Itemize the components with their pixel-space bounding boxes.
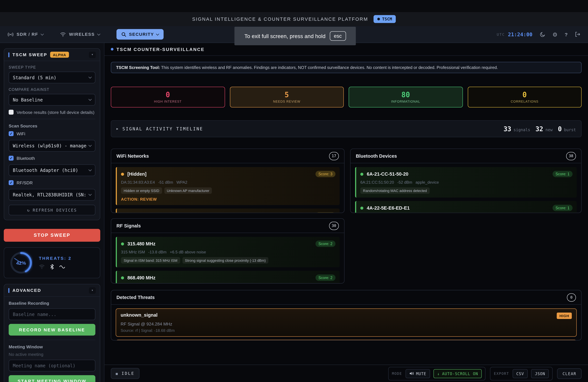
compare-against-value: No Baseline <box>13 97 86 102</box>
rf-list-item[interactable]: 868.490 MHz Score: 2 868 MHz ISM 2.9 dBm… <box>116 271 339 283</box>
verbose-checkbox-row[interactable]: Verbose results (store full device detai… <box>9 110 95 115</box>
export-json-button[interactable]: JSON <box>531 369 549 378</box>
autoscroll-button[interactable]: ↓ AUTO-SCROLL ON <box>434 369 482 378</box>
burst-unit: burst <box>564 127 576 132</box>
signal-activity-timeline: ▶ SIGNAL ACTIVITY TIMELINE 33 signals 32… <box>111 120 582 137</box>
idle-status-chip[interactable]: ■ IDLE <box>111 368 139 379</box>
wifi-source-row[interactable]: ✓ WiFi <box>9 131 95 136</box>
down-arrow-icon: ↓ <box>437 371 440 376</box>
theme-toggle-button[interactable] <box>540 32 545 37</box>
signals-count: 33 <box>504 125 511 132</box>
wifi-device-select[interactable]: Wireless (wlp61s0) - managed <box>9 140 95 152</box>
export-group: EXPORT CSV JSON <box>490 367 553 380</box>
rfsdr-device-value: Realtek, RTL2838UHIDIR (SN: 00000 <box>13 192 86 197</box>
bluetooth-checkbox[interactable]: ✓ <box>9 156 14 161</box>
score-badge: Score: 2 <box>315 240 336 247</box>
sweep-type-select[interactable]: Standard (5 min) <box>9 72 95 83</box>
rfsdr-source-row[interactable]: ✓ RF/SDR <box>9 180 95 185</box>
timeline-counts: 33 signals 32 new 0 burst <box>504 125 576 132</box>
clear-button[interactable]: CLEAR <box>557 368 582 379</box>
stop-sweep-button[interactable]: STOP SWEEP <box>4 229 100 242</box>
refresh-devices-button[interactable]: ↻ REFRESH DEVICES <box>9 205 95 215</box>
moon-icon <box>540 32 545 37</box>
scan-sources-label: Scan Sources <box>9 124 95 128</box>
accent-tick <box>8 288 9 293</box>
bluetooth-devices-panel: Bluetooth Devices 38 6A-21-CC-51-50-20 S… <box>350 149 582 213</box>
score-badge: Score: 3 <box>315 171 336 177</box>
score-badge: Score: 3 <box>315 212 336 213</box>
play-icon: ▶ <box>116 127 119 130</box>
stat-label: HIGH INTEREST <box>154 99 182 103</box>
threat-name: unknown_signal <box>121 313 157 318</box>
verbose-checkbox[interactable] <box>9 110 14 115</box>
rf-list-item[interactable]: 315.480 MHz Score: 2 315 MHz ISM -13.8 d… <box>116 237 339 267</box>
compare-against-select[interactable]: No Baseline <box>9 94 95 106</box>
wave-icon <box>59 265 65 269</box>
tscm-badge-label: TSCM <box>382 17 392 21</box>
check-icon: ✓ <box>9 181 13 185</box>
rfsdr-checkbox[interactable]: ✓ <box>9 180 14 185</box>
compare-against-label: COMPARE AGAINST <box>9 87 95 91</box>
sweep-panel-title: TSCM SWEEP <box>12 52 47 57</box>
collapse-button[interactable]: ▾ <box>89 51 96 58</box>
alpha-badge: ALPHA <box>50 52 69 58</box>
chevron-down-icon <box>88 98 92 101</box>
help-button[interactable]: ? <box>565 32 567 37</box>
collapse-button[interactable]: ▾ <box>89 287 96 294</box>
idle-status-label: IDLE <box>122 371 135 376</box>
nav-security-label: SECURITY <box>129 32 154 37</box>
meeting-name-input[interactable] <box>9 360 95 372</box>
nav-security[interactable]: SECURITY <box>117 29 164 40</box>
rf-count-badge: 30 <box>329 222 339 230</box>
bluetooth-device-select[interactable]: Bluetooth Adapter (hci0) <box>9 164 95 176</box>
timeline-title: SIGNAL ACTIVITY TIMELINE <box>123 126 203 131</box>
record-baseline-button[interactable]: RECORD NEW BASELINE <box>9 324 95 336</box>
wifi-device-value: Wireless (wlp61s0) - managed <box>13 143 86 148</box>
title-bar: SIGNAL INTELLIGENCE & COUNTER SURVEILLAN… <box>0 12 588 26</box>
start-meeting-button[interactable]: START MEETING WINDOW <box>9 375 95 382</box>
mute-button[interactable]: MUTE <box>405 369 430 378</box>
bluetooth-source-row[interactable]: ✓ Bluetooth <box>9 156 95 161</box>
wifi-networks-panel: WiFi Networks 17 [Hidden] Score: 3 DA:31 <box>111 149 344 213</box>
rfsdr-device-select[interactable]: Realtek, RTL2838UHIDIR (SN: 00000 <box>9 189 95 201</box>
top-strip <box>0 0 588 12</box>
stat-value: 0 <box>522 91 526 98</box>
chevron-down-icon <box>156 32 159 35</box>
baseline-name-input[interactable] <box>9 308 95 320</box>
bluetooth-device-value: Bluetooth Adapter (hci0) <box>13 168 86 173</box>
question-icon: ? <box>565 32 567 37</box>
bluetooth-list-item[interactable]: 4A-22-5E-E6-ED-E1 Score: 1 4A:22:5E:E6:E… <box>355 201 577 213</box>
detected-threats-panel: Detected Threats 0 unknown_signal HIGH R… <box>111 290 582 340</box>
stat-informational: 80 INFORMATIONAL <box>349 87 463 107</box>
threats-count-label: THREATS: 2 <box>39 256 72 261</box>
bluetooth-list-item[interactable]: 6A-21-CC-51-50-20 Score: 1 6A:21:CC:51:5… <box>355 167 577 197</box>
divider <box>9 119 95 119</box>
main-area: TSCM COUNTER-SURVEILLANCE TSCM Screening… <box>104 43 588 382</box>
threat-card[interactable]: unknown_signal HIGH RF Signal @ 924.284 … <box>116 308 577 337</box>
logout-button[interactable] <box>575 32 581 37</box>
refresh-icon: ↻ <box>27 208 30 212</box>
nav-wireless[interactable]: WIRELESS <box>60 32 100 37</box>
logout-icon <box>575 32 581 37</box>
threat-card-clipped[interactable] <box>116 340 577 340</box>
finding-tag: Strong signal suggesting close proximity… <box>182 257 268 264</box>
wifi-list-item[interactable]: [Hidden] Score: 3 DA:31:34:83:A3:E4 -51 … <box>116 167 339 205</box>
wifi-checkbox[interactable]: ✓ <box>9 131 14 136</box>
wifi-panel-title: WiFi Networks <box>116 153 149 158</box>
wifi-list-item[interactable]: [Hidden] Score: 3 CA:1B:F4:8C:4E:76 -79 … <box>116 209 339 213</box>
check-icon: ✓ <box>9 156 13 160</box>
finding-tag: Unknown AP manufacturer <box>164 187 212 194</box>
timeline-toggle[interactable]: ▶ SIGNAL ACTIVITY TIMELINE <box>116 126 203 131</box>
bluetooth-device-name: 4A-22-5E-E6-ED-E1 <box>367 205 410 211</box>
export-csv-button[interactable]: CSV <box>513 369 528 378</box>
score-badge: Score: 1 <box>552 205 572 211</box>
sweep-type-label: SWEEP TYPE <box>9 65 95 69</box>
mode-label: MODE <box>392 371 402 376</box>
refresh-devices-label: REFRESH DEVICES <box>33 208 77 212</box>
json-label: JSON <box>535 371 545 376</box>
fullscreen-toast-text: To exit full screen, press and hold <box>244 33 326 39</box>
burst-count: 0 <box>558 125 562 132</box>
nav-sdr-rf[interactable]: SDR / RF <box>7 32 43 37</box>
settings-button[interactable]: ⚙ <box>552 32 557 37</box>
chevron-down-icon <box>88 168 92 171</box>
